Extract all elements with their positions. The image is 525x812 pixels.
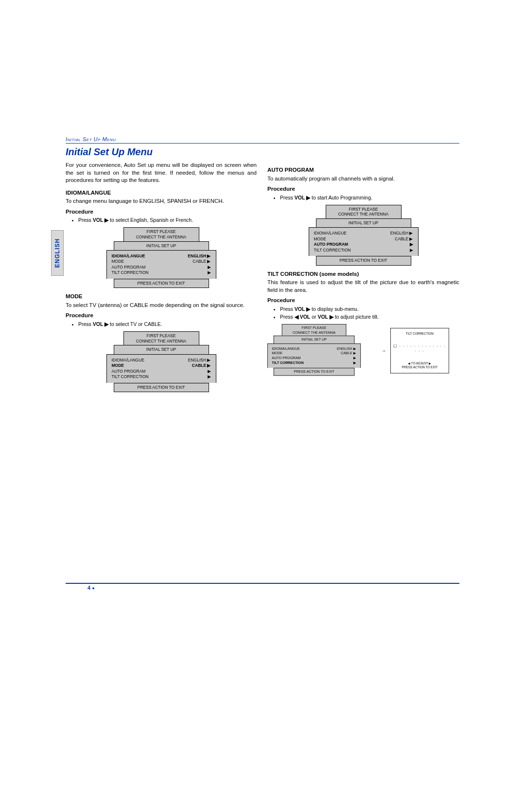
tilt-bullet-2: Press ◀ VOL or VOL ▶ to adjust picture t… xyxy=(280,313,459,320)
auto-bullet: Press VOL ▶ to start Auto Programming. xyxy=(280,194,459,201)
language-side-tab: ENGLISH xyxy=(51,230,64,276)
tilt-body: This feature is used to adjust the tilt … xyxy=(267,279,459,294)
osd-bottom: PRESS ACTION TO EXIT xyxy=(114,279,209,288)
auto-heading: AUTO PROGRAM xyxy=(267,166,459,174)
osd-idioma: FIRST PLEASE CONNECT THE ANTENNA INITIAL… xyxy=(106,227,216,288)
tilt-submenu-box: TILT CORRECTION ☐ · · · · · · · · · · · … xyxy=(390,328,449,374)
tilt-proc-label: Procedure xyxy=(267,297,459,305)
tilt-box-title: TILT CORRECTION xyxy=(393,331,446,336)
tilt-box-slider: ☐ · · · · · · · · · · · · · · · · xyxy=(393,343,446,354)
arrow-icon: → xyxy=(382,348,386,354)
tilt-box-footer: ◀ TO ADJUST ▶ PRESS ACTION TO EXIT xyxy=(393,361,446,369)
osd-top: FIRST PLEASE CONNECT THE ANTENNA xyxy=(123,227,199,241)
breadcrumb: Initial Set Up Menu xyxy=(66,136,459,142)
bullet-icon: ● xyxy=(92,586,94,591)
tilt-heading: TILT CORRECTION (some models) xyxy=(267,271,459,278)
intro-text: For your convenience, Auto Set up menu w… xyxy=(66,162,257,184)
idioma-bullets: Press VOL ▶ to select English, Spanish o… xyxy=(66,217,257,223)
page-content: Initial Set Up Menu Initial Set Up Menu … xyxy=(66,136,459,397)
idioma-proc-label: Procedure xyxy=(66,208,257,216)
osd-tilt: FIRST PLEASE CONNECT THE ANTENNA INITIAL… xyxy=(267,324,361,376)
mode-heading: MODE xyxy=(66,293,257,301)
osd-mode: FIRST PLEASE CONNECT THE ANTENNA INITIAL… xyxy=(106,331,216,392)
osd-auto: FIRST PLEASE CONNECT THE ANTENNA INITIAL… xyxy=(309,205,419,266)
page-title: Initial Set Up Menu xyxy=(66,146,459,158)
osd-main: IDIOMA/LANGUEENGLISH ▶ MODECABLE ▶ AUTO … xyxy=(106,250,216,279)
mode-proc-label: Procedure xyxy=(66,312,257,320)
footer-rule xyxy=(66,583,459,584)
tilt-bullet-1: Press VOL ▶ to display sub-menu. xyxy=(280,306,459,312)
auto-bullets: Press VOL ▶ to start Auto Programming. xyxy=(267,194,459,201)
mode-body: To select TV (antenna) or CABLE mode dep… xyxy=(66,302,257,309)
idioma-heading: IDIOMA/LANGUE xyxy=(66,189,257,197)
side-tab-label: ENGLISH xyxy=(54,238,61,268)
idioma-body: To change menu language to ENGLISH, SPAN… xyxy=(66,198,257,205)
header-rule xyxy=(66,143,459,144)
idioma-bullet: Press VOL ▶ to select English, Spanish o… xyxy=(78,217,257,223)
tilt-diagram-pair: FIRST PLEASE CONNECT THE ANTENNA INITIAL… xyxy=(267,324,459,385)
auto-body: To automatically program all channels wi… xyxy=(267,175,459,183)
page-number: 4 ● xyxy=(88,585,95,591)
tilt-bullets: Press VOL ▶ to display sub-menu. Press ◀… xyxy=(267,306,459,320)
mode-bullets: Press VOL ▶ to select TV or CABLE. xyxy=(66,321,257,327)
osd-mid: INITIAL SET UP xyxy=(114,241,209,250)
auto-proc-label: Procedure xyxy=(267,185,459,193)
mode-bullet: Press VOL ▶ to select TV or CABLE. xyxy=(78,321,257,327)
left-column: For your convenience, Auto Set up menu w… xyxy=(66,162,257,397)
right-column: AUTO PROGRAM To automatically program al… xyxy=(267,162,459,397)
